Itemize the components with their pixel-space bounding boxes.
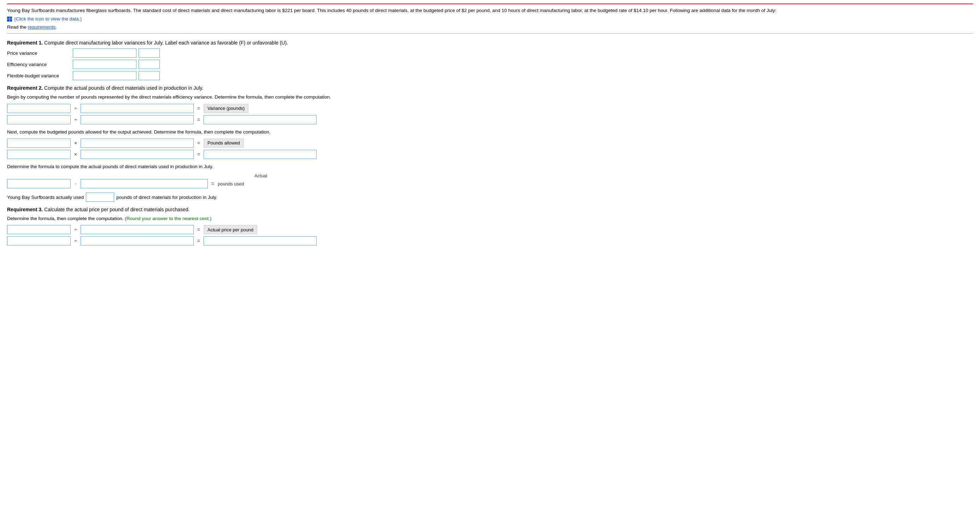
pounds-allowed-formula-row2: × = [7,150,973,159]
requirements-link[interactable]: requirements [28,24,56,30]
variance-pounds-result-label: Variance (pounds) [204,104,248,113]
actual-input-b[interactable] [81,179,208,188]
read-req-suffix: . [56,24,57,30]
click-icon-label: (Click the icon to view the data.) [14,16,82,22]
price-variance-value-input[interactable] [73,48,137,57]
divide-operator-4: ÷ [73,238,78,244]
equals-7: = [197,238,201,244]
req2-heading-bold: Requirement 2. [7,85,43,91]
equals-3: = [197,140,201,146]
requirement-1-section: Requirement 1. Compute direct manufactur… [7,40,973,80]
variance-pounds-input2a[interactable] [7,115,71,124]
req2-heading: Requirement 2. Compute the actual pounds… [7,85,973,91]
variance-pounds-formula-row1: ÷ = Variance (pounds) [7,104,973,113]
req3-heading: Requirement 3. Calculate the actual pric… [7,207,973,212]
grid-icon [7,17,12,22]
actual-price-input2b[interactable] [81,237,194,246]
actual-header-row: Actual [7,173,269,178]
click-icon-row[interactable]: (Click the icon to view the data.) [7,16,973,22]
pounds-allowed-result-input[interactable] [204,150,317,159]
intro-text: Young Bay Surfboards manufactures fiberg… [7,8,776,13]
pounds-allowed-input2a[interactable] [7,150,71,159]
variance-pounds-input2b[interactable] [81,115,194,124]
req2-para2: Next, compute the budgeted pounds allowe… [7,129,973,136]
actual-price-result-input[interactable] [204,237,317,246]
divide-operator-1: ÷ [73,106,78,111]
actual-header-label: Actual [255,173,269,178]
divide-operator-2: ÷ [73,117,78,122]
req2-para3: Determine the formula to compute the act… [7,163,973,170]
actual-price-result-label: Actual price per pound [204,225,257,234]
price-variance-label: Price variance [7,51,71,56]
divide-operator-3: ÷ [73,227,78,232]
efficiency-variance-row: Efficiency variance [7,60,973,69]
top-border [7,3,973,4]
variance-pounds-input1b[interactable] [81,104,194,113]
req1-heading-text: Compute direct manufacturing labor varia… [43,40,288,46]
req2-heading-text: Compute the actual pounds of direct mate… [43,85,203,91]
young-bay-prefix: Young Bay Surfboards actually used [7,195,84,200]
actual-price-input2a[interactable] [7,237,71,246]
equals-6: = [197,227,201,232]
actual-price-input1b[interactable] [81,225,194,234]
flexible-budget-variance-row: Flexible-budget variance [7,71,973,80]
read-requirements-row: Read the requirements. [7,24,973,30]
young-bay-row: Young Bay Surfboards actually used pound… [7,192,973,202]
flexible-budget-variance-fu-input[interactable] [138,71,160,80]
requirement-3-section: Requirement 3. Calculate the actual pric… [7,207,973,246]
variance-pounds-input1a[interactable] [7,104,71,113]
req3-para1-text: Determine the formula, then complete the… [7,216,125,221]
flexible-budget-variance-value-input[interactable] [73,71,137,80]
young-bay-suffix: pounds of direct materials for productio… [116,195,217,200]
young-bay-pounds-input[interactable] [86,192,114,202]
variance-pounds-result-input[interactable] [204,115,317,124]
pounds-allowed-input1a[interactable] [7,138,71,148]
pounds-allowed-input1b[interactable] [81,138,194,148]
pounds-used-label: pounds used [218,181,244,187]
actual-input-a[interactable] [7,179,71,188]
efficiency-variance-label: Efficiency variance [7,62,71,67]
req3-para1: Determine the formula, then complete the… [7,215,973,222]
flexible-budget-variance-label: Flexible-budget variance [7,73,71,78]
req3-heading-text: Calculate the actual price per pound of … [43,207,190,212]
equals-5: = [211,181,215,187]
equals-4: = [197,152,201,157]
section-divider [7,33,973,33]
requirement-2-section: Requirement 2. Compute the actual pounds… [7,85,973,202]
req2-para1: Begin by computing the number of pounds … [7,94,973,101]
req1-heading: Requirement 1. Compute direct manufactur… [7,40,973,46]
efficiency-variance-value-input[interactable] [73,60,137,69]
times-operator-1: × [73,140,78,146]
divider-dots: ··· [485,0,495,2]
price-variance-row: Price variance [7,48,973,57]
req3-heading-bold: Requirement 3. [7,207,43,212]
times-operator-2: × [73,152,78,157]
equals-2: = [197,117,201,122]
price-variance-fu-input[interactable] [138,48,160,57]
pounds-allowed-formula-row1: × = Pounds allowed [7,138,973,148]
intro-paragraph: Young Bay Surfboards manufactures fiberg… [7,7,973,14]
req1-heading-bold: Requirement 1. [7,40,43,46]
pounds-allowed-result-label: Pounds allowed [204,138,244,148]
equals-1: = [197,106,201,111]
efficiency-variance-fu-input[interactable] [138,60,160,69]
variance-pounds-formula-row2: ÷ = [7,115,973,124]
read-req-prefix: Read the [7,24,28,30]
pounds-allowed-input2b[interactable] [81,150,194,159]
actual-price-formula-row1: ÷ = Actual price per pound [7,225,973,234]
req3-para1-green: (Round your answer to the nearest cent.) [125,216,212,221]
actual-section: Actual - = pounds used [7,173,973,188]
minus-operator: - [73,181,78,187]
actual-formula-row: - = pounds used [7,179,973,188]
variance-table: Price variance Efficiency variance Flexi… [7,48,973,80]
actual-price-input1a[interactable] [7,225,71,234]
actual-price-formula-row2: ÷ = [7,237,973,246]
